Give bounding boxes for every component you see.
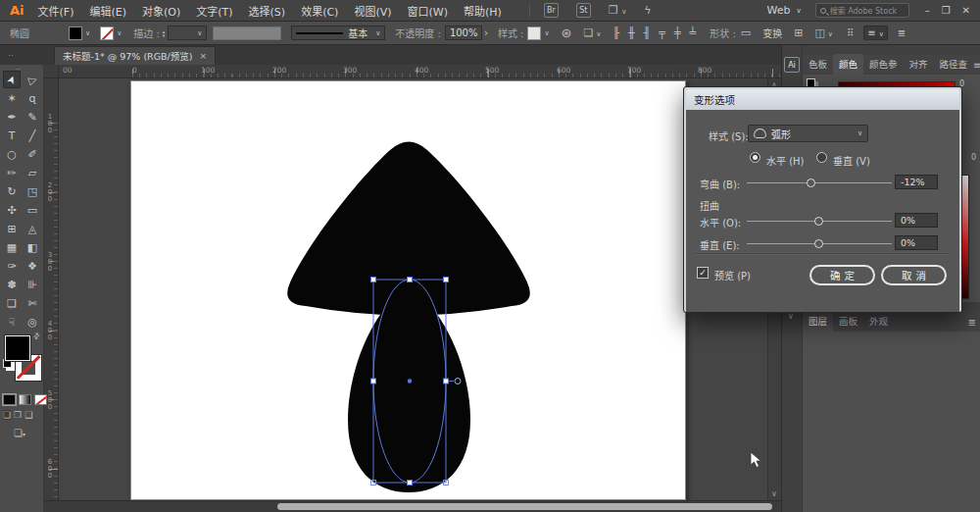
grid-options-icon[interactable]: ⠿ bbox=[847, 27, 854, 38]
menu-item-6[interactable]: 视图(V) bbox=[354, 3, 391, 19]
panel2-menu-icon[interactable]: ≣ bbox=[968, 317, 980, 332]
stroke-color-swatch[interactable] bbox=[100, 26, 114, 40]
restore-button[interactable]: ❐ bbox=[942, 5, 951, 16]
brush-definition-select[interactable]: 基本 ∨ bbox=[291, 26, 385, 40]
menu-item-7[interactable]: 窗口(W) bbox=[408, 3, 448, 19]
menu-item-5[interactable]: 效果(C) bbox=[301, 3, 338, 19]
panel1-tab-色板[interactable]: 色板 bbox=[803, 54, 833, 75]
selection-tool[interactable]: ➤ bbox=[3, 71, 21, 88]
align-icon-2[interactable]: ╢ bbox=[644, 26, 651, 39]
lasso-tool[interactable]: ɋ bbox=[24, 89, 41, 107]
panel-options-button[interactable]: ≡∨ bbox=[863, 26, 888, 40]
shape-properties-icon[interactable]: ▭ bbox=[741, 26, 751, 39]
fill-swatch[interactable] bbox=[5, 335, 30, 361]
rotate-tool[interactable]: ↻ bbox=[3, 182, 21, 200]
paintbrush-tool[interactable]: ✐ bbox=[24, 145, 41, 163]
bend-value-input[interactable]: -12% bbox=[895, 175, 938, 189]
horizontal-radio[interactable] bbox=[750, 152, 760, 163]
column-graph-tool[interactable]: ⊪ bbox=[24, 276, 41, 293]
align-icon-0[interactable]: ╟ bbox=[612, 26, 619, 39]
panel2-tab-图层[interactable]: 图层 bbox=[803, 311, 833, 332]
screen-mode-icon[interactable]: ❏▾ bbox=[14, 428, 25, 438]
panel2-tab-画板[interactable]: 画板 bbox=[833, 311, 863, 332]
align-icon-1[interactable]: ╫ bbox=[628, 26, 635, 39]
distort-horizontal-knob[interactable] bbox=[814, 217, 823, 226]
document-tab[interactable]: 未标题-1* @ 97% (RGB/预览) × bbox=[54, 46, 216, 65]
shape-builder-tool[interactable]: ⊞ bbox=[3, 220, 21, 237]
fill-color-swatch[interactable] bbox=[69, 26, 82, 40]
draw-behind-icon[interactable]: ❐ bbox=[14, 410, 22, 420]
panel1-tab-颜色[interactable]: 颜色 bbox=[833, 54, 863, 75]
blend-tool[interactable]: ❖ bbox=[24, 257, 41, 275]
direct-selection-tool[interactable]: ▷ bbox=[24, 71, 41, 88]
bend-slider-track[interactable] bbox=[747, 182, 892, 183]
canvas-area[interactable]: ∧ ∨ bbox=[59, 78, 781, 500]
hand-tool[interactable]: ☟ bbox=[3, 313, 21, 331]
swap-fill-stroke-icon[interactable]: ⇄ bbox=[31, 331, 42, 341]
menu-item-1[interactable]: 编辑(E) bbox=[89, 3, 126, 19]
menu-item-3[interactable]: 文字(T) bbox=[196, 3, 232, 19]
align-icon-3[interactable]: ╤ bbox=[659, 26, 665, 39]
line-segment-tool[interactable]: ╱ bbox=[24, 127, 41, 144]
width-tool[interactable]: ✣ bbox=[3, 201, 21, 219]
workspace-switcher[interactable]: Web∨ bbox=[767, 4, 802, 17]
draw-normal-icon[interactable]: ❏ bbox=[3, 410, 11, 420]
stroke-weight-select[interactable]: ∨ bbox=[168, 26, 207, 40]
arrange-documents-icon[interactable]: ❒ ∨ bbox=[609, 4, 627, 17]
collapse-panels-icon[interactable]: ∨ bbox=[788, 312, 794, 321]
pencil-tool[interactable]: ✏ bbox=[3, 164, 21, 181]
close-button[interactable]: ✕ bbox=[962, 5, 970, 16]
magic-wand-tool[interactable]: ✶ bbox=[3, 89, 21, 107]
opacity-input[interactable]: 100% bbox=[445, 26, 482, 40]
horizontal-ruler[interactable]: 000100200300400500600700800 bbox=[44, 65, 781, 78]
gradient-mode-button[interactable] bbox=[19, 394, 31, 405]
ellipse-tool[interactable]: ○ bbox=[3, 145, 21, 163]
curvature-tool[interactable]: ✎ bbox=[24, 108, 41, 126]
mesh-tool[interactable]: ▦ bbox=[3, 238, 21, 256]
search-input[interactable]: 搜索 Adobe Stock bbox=[815, 3, 909, 18]
menu-item-8[interactable]: 帮助(H) bbox=[464, 3, 502, 19]
scale-tool[interactable]: ◳ bbox=[24, 182, 41, 200]
align-icon-5[interactable]: ╧ bbox=[690, 26, 697, 39]
zoom-tool[interactable]: ◎ bbox=[24, 313, 41, 331]
bounding-box-icon[interactable]: ⊞ bbox=[794, 26, 803, 39]
pen-tool[interactable]: ✒ bbox=[3, 108, 21, 126]
opacity-more[interactable]: › bbox=[484, 27, 488, 38]
artboard-tool[interactable]: ❏ bbox=[3, 294, 21, 312]
free-transform-tool[interactable]: ▭ bbox=[24, 201, 41, 219]
ruler-corner[interactable] bbox=[44, 65, 59, 78]
distort-vertical-knob[interactable] bbox=[814, 239, 823, 248]
perspective-grid-tool[interactable]: ◬ bbox=[24, 220, 41, 237]
horizontal-scrollbar-thumb[interactable] bbox=[277, 503, 772, 510]
color-mode-button[interactable] bbox=[3, 394, 16, 405]
gradient-tool[interactable]: ◧ bbox=[24, 238, 41, 256]
stroke-weight-stepper[interactable]: ▴▾ bbox=[163, 29, 166, 37]
type-tool[interactable]: T bbox=[3, 127, 21, 144]
ok-button[interactable]: 确定 bbox=[809, 265, 875, 285]
minimize-button[interactable]: – bbox=[925, 5, 930, 16]
scroll-down-icon[interactable]: ∨ bbox=[771, 489, 777, 498]
bend-slider-knob[interactable] bbox=[807, 179, 815, 187]
panel1-menu-icon[interactable]: ≡ bbox=[973, 60, 980, 75]
vertical-ruler[interactable]: 100200300400500600 bbox=[44, 78, 59, 500]
menu-item-0[interactable]: 文件(F) bbox=[38, 3, 74, 19]
menu-item-4[interactable]: 选择(S) bbox=[249, 3, 286, 19]
vertical-radio[interactable] bbox=[816, 152, 827, 163]
align-icon-4[interactable]: ╪ bbox=[674, 26, 681, 39]
list-view-icon[interactable]: ≣ bbox=[898, 27, 906, 38]
eyedropper-tool[interactable]: ✑ bbox=[3, 257, 21, 275]
transform-button[interactable]: 变换 bbox=[762, 26, 782, 40]
isolate-icon[interactable]: ◫∨ bbox=[814, 26, 833, 39]
none-mode-button[interactable] bbox=[34, 394, 47, 405]
gpu-performance-icon[interactable]: ϟ bbox=[644, 4, 651, 17]
draw-inside-icon[interactable]: ❑ bbox=[24, 410, 32, 420]
preview-checkbox[interactable]: ✓ bbox=[697, 267, 709, 279]
distort-vertical-input[interactable]: 0% bbox=[895, 235, 938, 250]
horizontal-scrollbar[interactable] bbox=[44, 500, 781, 512]
panel1-tab-路径查[interactable]: 路径查 bbox=[934, 54, 974, 75]
document-setup-globe-icon[interactable]: ⊛ bbox=[562, 26, 572, 40]
document-setup-icon[interactable]: ❏∨ bbox=[583, 26, 601, 39]
symbol-sprayer-tool[interactable]: ✽ bbox=[3, 276, 21, 293]
cancel-button[interactable]: 取消 bbox=[881, 265, 947, 285]
warp-style-select[interactable]: 弧形 ∨ bbox=[748, 125, 868, 142]
